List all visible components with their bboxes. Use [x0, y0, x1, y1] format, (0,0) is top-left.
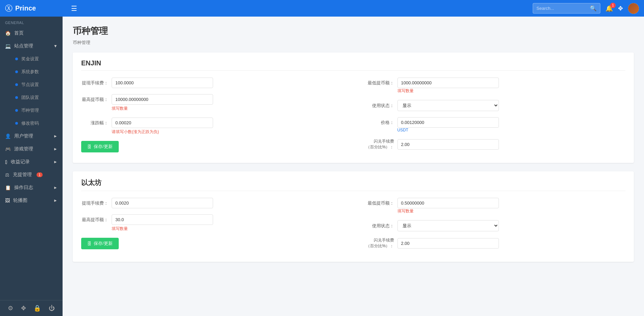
game-icon: 🎮 [5, 146, 11, 152]
enjin-min-amount-input[interactable] [397, 78, 499, 88]
sidebar-label-site-management: 站点管理 [14, 43, 33, 49]
eth-withdrawal-fee-row: 提现手续费： [81, 198, 347, 208]
sidebar-label-node-settings: 节点设置 [21, 82, 39, 88]
enjin-withdrawal-fee-input[interactable] [112, 78, 213, 88]
enjin-right-col: 最低提币额： 填写数量 使用状态： 显示 隐藏 [360, 78, 626, 156]
sidebar-item-banner[interactable]: 🖼 轮播图 ► [0, 194, 63, 207]
eth-flash-fee-field: 闪兑手续费（百分比%）： [360, 237, 626, 249]
enjin-withdrawal-fee-label: 提现手续费： [81, 80, 112, 86]
settings-icon[interactable]: ⚙ [8, 304, 13, 312]
enjin-flash-fee-field: 闪兑手续费（百分比%）： [360, 139, 626, 150]
sidebar-label-currency-management: 币种管理 [21, 107, 39, 113]
sidebar-label-recharge-management: 充提管理 [13, 172, 32, 178]
sidebar-item-revenue-records[interactable]: ₿ 收益记录 ► [0, 155, 63, 168]
eth-status-select[interactable]: 显示 隐藏 [397, 220, 499, 231]
eth-flash-fee-label: 闪兑手续费（百分比%）： [360, 237, 397, 249]
enjin-save-button[interactable]: 🗄 保存/更新 [81, 141, 119, 152]
sidebar-item-bonus[interactable]: 奖金设置 [10, 52, 63, 65]
ethereum-save-button[interactable]: 🗄 保存/更新 [81, 238, 119, 249]
enjin-max-amount-hint: 填写数量 [112, 106, 347, 111]
chevron-right-icon: ► [53, 160, 58, 164]
enjin-withdrawal-fee-row: 提现手续费： [81, 78, 347, 88]
header-left: Ⓧ Prince ☰ [5, 3, 77, 14]
sidebar-label-bonus: 奖金设置 [21, 56, 39, 62]
search-box[interactable]: 🔍 [533, 3, 600, 14]
notification-bell[interactable]: 🔔 1 [605, 5, 613, 12]
enjin-status-select[interactable]: 显示 隐藏 [397, 100, 499, 111]
sidebar-label-user-management: 用户管理 [14, 133, 33, 139]
eth-status-row: 使用状态： 显示 隐藏 [360, 220, 626, 231]
sidebar-item-site-management[interactable]: 💻 站点管理 ▼ [0, 40, 63, 52]
page-title: 币种管理 [73, 25, 634, 37]
enjin-status-field: 使用状态： 显示 隐藏 [360, 100, 626, 111]
logo-icon: Ⓧ [5, 3, 13, 14]
enjin-price-input[interactable] [397, 117, 499, 128]
enjin-min-amount-field: 最低提币额： 填写数量 [360, 78, 626, 94]
enjin-change-rate-input[interactable] [112, 118, 213, 128]
enjin-price-hint: USDT [397, 128, 626, 132]
logo-area: Ⓧ Prince [5, 3, 66, 14]
home-icon: 🏠 [5, 30, 11, 36]
content-area: 币种管理 币种管理 ENJIN 提现手续费： [63, 17, 644, 316]
sidebar-item-change-password[interactable]: 修改密码 [10, 117, 63, 130]
enjin-title: ENJIN [81, 59, 625, 71]
eth-max-amount-hint: 填写数量 [112, 226, 347, 232]
enjin-max-amount-field: 最高提币额： 填写数量 [81, 94, 347, 111]
notification-badge: 1 [610, 3, 616, 8]
eth-min-amount-row: 最低提币额： [360, 198, 626, 208]
sidebar-item-home[interactable]: 🏠 首页 [0, 27, 63, 40]
sidebar-item-recharge-management[interactable]: ⚖ 充提管理 1 [0, 168, 63, 181]
sidebar-label-banner: 轮播图 [13, 197, 27, 204]
enjin-flash-fee-input[interactable] [397, 139, 499, 150]
expand-footer-icon[interactable]: ✥ [21, 304, 26, 312]
dot-icon [15, 109, 18, 112]
breadcrumb: 币种管理 [73, 40, 634, 46]
eth-flash-fee-input[interactable] [397, 238, 499, 249]
eth-status-label: 使用状态： [360, 223, 397, 229]
sidebar-label-revenue-records: 收益记录 [11, 159, 30, 165]
eth-max-amount-label: 最高提币额： [81, 217, 112, 223]
ethereum-section: 以太坊 提现手续费： 最高提币额： [73, 171, 634, 262]
enjin-section: ENJIN 提现手续费： 最高提币额： [73, 52, 634, 163]
eth-min-amount-label: 最低提币额： [360, 200, 397, 206]
enjin-max-amount-row: 最高提币额： [81, 94, 347, 105]
sidebar-label-team-settings: 团队设置 [21, 94, 39, 101]
eth-min-amount-input[interactable] [397, 198, 499, 208]
enjin-status-label: 使用状态： [360, 103, 397, 109]
bitcoin-icon: ₿ [5, 159, 7, 165]
sidebar-item-system-params[interactable]: 系统参数 [10, 65, 63, 78]
expand-icon[interactable]: ✥ [618, 5, 623, 12]
sidebar-label-system-params: 系统参数 [21, 69, 39, 75]
eth-max-amount-input[interactable] [112, 214, 213, 225]
sidebar-item-operation-log[interactable]: 📋 操作日志 ► [0, 181, 63, 194]
eth-save-label: 保存/更新 [94, 240, 113, 247]
sidebar-item-game-management[interactable]: 🎮 游戏管理 ► [0, 143, 63, 155]
eth-withdrawal-fee-input[interactable] [112, 198, 213, 208]
hamburger-menu[interactable]: ☰ [71, 4, 77, 13]
dot-icon [15, 96, 18, 99]
sidebar-section-general: GENERAL [0, 17, 63, 27]
top-header: Ⓧ Prince ☰ 🔍 🔔 1 ✥ [0, 0, 644, 17]
power-icon[interactable]: ⏻ [49, 305, 55, 312]
eth-withdrawal-fee-field: 提现手续费： [81, 198, 347, 208]
sidebar-label-operation-log: 操作日志 [14, 185, 33, 191]
enjin-max-amount-input[interactable] [112, 94, 213, 105]
eth-flash-fee-row: 闪兑手续费（百分比%）： [360, 237, 626, 249]
dot-icon [15, 83, 18, 86]
enjin-min-amount-label: 最低提币额： [360, 80, 397, 86]
search-input[interactable] [536, 6, 588, 11]
lock-icon[interactable]: 🔒 [33, 304, 41, 312]
enjin-change-rate-row: 涨跌幅： [81, 118, 347, 128]
enjin-status-row: 使用状态： 显示 隐藏 [360, 100, 626, 111]
enjin-change-rate-label: 涨跌幅： [81, 120, 112, 126]
user-avatar[interactable] [628, 3, 639, 14]
sidebar-item-currency-management[interactable]: 币种管理 [10, 104, 63, 117]
enjin-withdrawal-fee-field: 提现手续费： [81, 78, 347, 88]
sidebar-item-user-management[interactable]: 👤 用户管理 ► [0, 130, 63, 143]
enjin-min-amount-row: 最低提币额： [360, 78, 626, 88]
save-icon: 🗄 [87, 241, 92, 246]
sidebar-item-team-settings[interactable]: 团队设置 [10, 91, 63, 104]
eth-min-amount-field: 最低提币额： 填写数量 [360, 198, 626, 214]
sidebar-label-change-password: 修改密码 [21, 120, 39, 126]
sidebar-item-node-settings[interactable]: 节点设置 [10, 78, 63, 91]
